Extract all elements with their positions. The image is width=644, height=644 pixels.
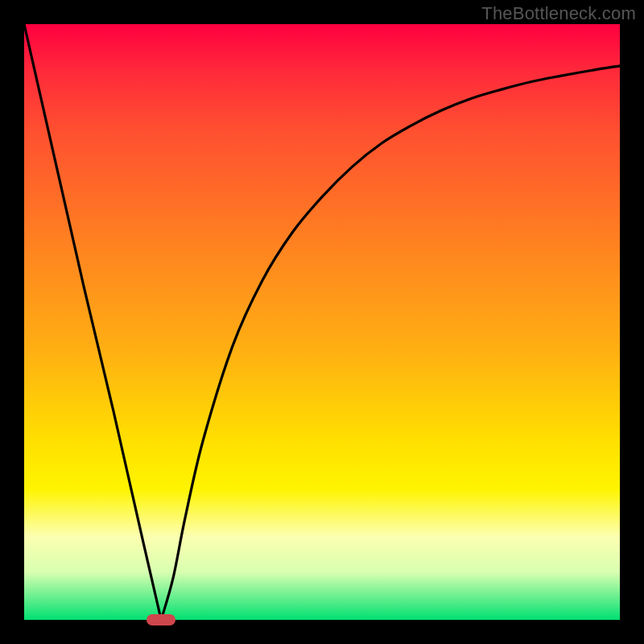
minimum-marker	[147, 614, 175, 625]
plot-area	[24, 24, 620, 620]
chart-frame: TheBottleneck.com	[0, 0, 644, 644]
bottleneck-curve	[24, 24, 620, 620]
curve-layer	[24, 24, 620, 620]
attribution-label: TheBottleneck.com	[481, 3, 636, 24]
